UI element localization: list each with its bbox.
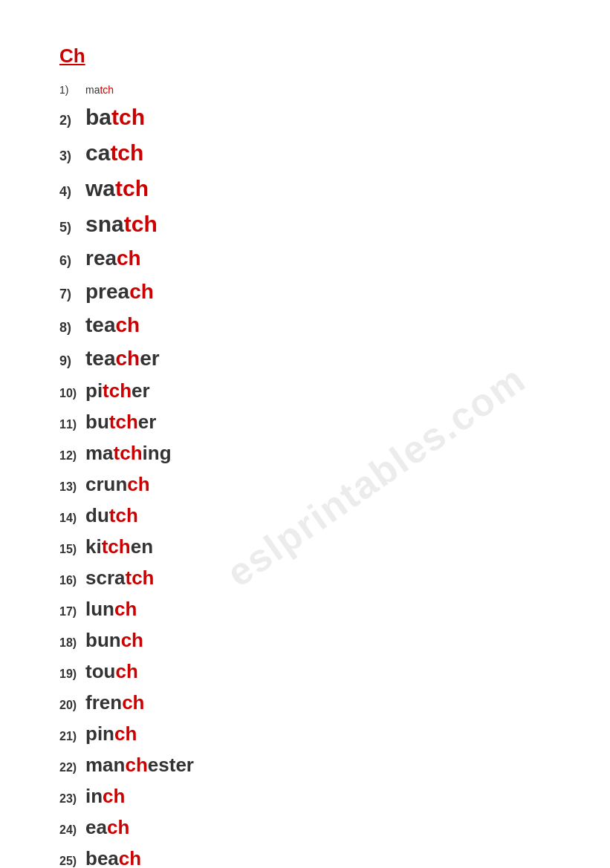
- word-highlight: tch: [109, 411, 138, 433]
- word-before: prea: [85, 280, 129, 303]
- word: reach: [85, 243, 141, 274]
- list-item: 21)pinch: [59, 719, 551, 748]
- word-after: er: [140, 347, 159, 370]
- word-highlight: tch: [110, 140, 143, 165]
- item-number: 17): [59, 603, 85, 621]
- list-item: 2)batch: [59, 100, 551, 134]
- item-number: 13): [59, 478, 85, 496]
- word-highlight: ch: [127, 473, 149, 495]
- word: batch: [85, 100, 145, 134]
- list-item: 9)teacher: [59, 343, 551, 374]
- list-item: 6)reach: [59, 243, 551, 274]
- word-before: tea: [85, 313, 115, 336]
- item-number: 4): [59, 182, 85, 202]
- word: matching: [85, 439, 172, 468]
- word-before: ea: [85, 816, 107, 838]
- word: crunch: [85, 470, 150, 499]
- word-before: ca: [85, 140, 110, 165]
- list-item: 15)kitchen: [59, 532, 551, 561]
- list-item: 3)catch: [59, 136, 551, 169]
- word: preach: [85, 276, 154, 307]
- word-after: er: [138, 411, 157, 433]
- list-item: 22)manchester: [59, 751, 551, 780]
- word-list: 1)match2)batch3)catch4)watch5)snatch6)re…: [59, 81, 551, 868]
- word-before: ma: [85, 442, 114, 464]
- word-after: ing: [143, 442, 172, 464]
- page-heading: Ch: [59, 45, 551, 68]
- list-item: 4)watch: [59, 172, 551, 205]
- list-item: 23)inch: [59, 782, 551, 811]
- word: teacher: [85, 343, 160, 374]
- word-highlight: tch: [100, 84, 114, 96]
- word-highlight: ch: [107, 816, 129, 838]
- word-after: en: [131, 535, 153, 558]
- word-highlight: ch: [114, 722, 137, 745]
- word-before: du: [85, 504, 109, 526]
- word-highlight: tch: [111, 105, 145, 129]
- item-number: 25): [59, 852, 85, 868]
- list-item: 19)touch: [59, 657, 551, 686]
- word-before: fren: [85, 691, 122, 714]
- word-before: in: [85, 785, 103, 807]
- word-highlight: ch: [122, 691, 144, 714]
- item-number: 1): [59, 82, 85, 98]
- item-number: 7): [59, 284, 85, 304]
- word: touch: [85, 657, 138, 686]
- word-before: man: [85, 754, 125, 776]
- word-highlight: ch: [125, 754, 147, 776]
- item-number: 10): [59, 385, 85, 402]
- word: inch: [85, 782, 125, 811]
- word: french: [85, 688, 144, 717]
- item-number: 15): [59, 541, 85, 558]
- word-before: crun: [85, 473, 127, 495]
- word-before: ma: [85, 84, 100, 96]
- list-item: 10)pitcher: [59, 376, 551, 405]
- word-highlight: tch: [109, 504, 138, 526]
- word-before: lun: [85, 598, 114, 620]
- list-item: 20)french: [59, 688, 551, 717]
- word-highlight: ch: [115, 660, 137, 682]
- list-item: 24)each: [59, 813, 551, 842]
- word-highlight: ch: [129, 280, 154, 303]
- word: dutch: [85, 501, 138, 530]
- item-number: 9): [59, 351, 85, 371]
- word-before: ki: [85, 535, 102, 558]
- word: watch: [85, 172, 149, 205]
- word: snatch: [85, 207, 158, 241]
- list-item: 7)preach: [59, 276, 551, 307]
- word-before: pin: [85, 722, 114, 745]
- word: catch: [85, 136, 143, 169]
- word-before: tou: [85, 660, 115, 682]
- list-item: 17)lunch: [59, 595, 551, 624]
- word-highlight: ch: [114, 598, 137, 620]
- word-before: bu: [85, 411, 109, 433]
- word-highlight: ch: [119, 847, 141, 868]
- item-number: 2): [59, 111, 85, 131]
- word-before: rea: [85, 247, 117, 270]
- word-highlight: tch: [115, 176, 149, 200]
- list-item: 1)match: [59, 81, 551, 99]
- list-item: 11)butcher: [59, 408, 551, 437]
- item-number: 18): [59, 634, 85, 652]
- item-number: 20): [59, 696, 85, 714]
- word-highlight: tch: [102, 535, 131, 558]
- word: butcher: [85, 408, 156, 437]
- word: each: [85, 813, 129, 842]
- word: match: [85, 82, 114, 98]
- word-highlight: ch: [115, 347, 140, 370]
- word-highlight: ch: [121, 629, 143, 651]
- word-highlight: tch: [103, 379, 132, 402]
- word-after: ester: [148, 754, 194, 776]
- word: lunch: [85, 595, 137, 624]
- word: teach: [85, 310, 140, 341]
- word: beach: [85, 844, 141, 868]
- word-highlight: tch: [124, 212, 158, 236]
- word: bunch: [85, 626, 143, 655]
- item-number: 19): [59, 665, 85, 683]
- list-item: 8)teach: [59, 310, 551, 341]
- item-number: 14): [59, 509, 85, 527]
- item-number: 16): [59, 572, 85, 590]
- list-item: 5)snatch: [59, 207, 551, 241]
- word-highlight: ch: [117, 247, 141, 270]
- word-highlight: ch: [103, 785, 125, 807]
